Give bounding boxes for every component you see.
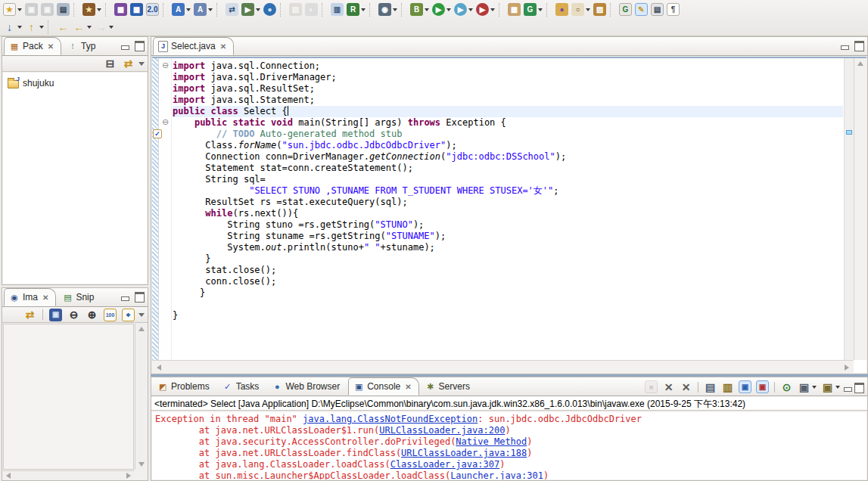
image-button[interactable]: ▣	[48, 308, 64, 322]
web-services-dropdown-icon[interactable]	[361, 8, 366, 11]
new-xml-icon[interactable]: A	[172, 3, 185, 16]
fold-collapse-icon[interactable]: ⊖	[161, 61, 170, 70]
task-marker-icon[interactable]: ✓	[153, 129, 162, 138]
debug-dropdown-icon[interactable]	[425, 8, 429, 11]
new-icon[interactable]: ★	[3, 3, 16, 16]
console-output[interactable]: Exception in thread "main" java.lang.Cla…	[152, 412, 866, 479]
display-selected-console-button[interactable]: ▣	[796, 380, 818, 394]
screenshot-button[interactable]: ◉	[377, 2, 399, 17]
mark-occurrences-button[interactable]: ✎	[633, 2, 649, 17]
last-edit-location-button[interactable]: ←	[55, 20, 71, 34]
validate-icon[interactable]: A	[194, 3, 207, 16]
back-dropdown-icon[interactable]	[87, 26, 92, 29]
open-type-button[interactable]: ●	[554, 2, 570, 17]
mark-occurrences-icon[interactable]: ✎	[635, 3, 648, 16]
fit-to-window-button[interactable]: ✥	[120, 308, 136, 322]
tab-snippets[interactable]: ▤ Snip	[58, 288, 101, 306]
zoom-in-button[interactable]: ⊕	[84, 308, 100, 322]
fit-to-window-icon[interactable]: ✥	[122, 309, 135, 321]
run-history-icon[interactable]: ▶	[454, 3, 467, 16]
screenshot-icon[interactable]: ◉	[378, 3, 391, 16]
maximize-view-icon[interactable]	[854, 383, 864, 391]
maximize-view-icon[interactable]	[854, 41, 864, 49]
stacktrace-link[interactable]: Launcher.java:301	[450, 470, 543, 479]
show-source-button[interactable]: ▤	[649, 2, 665, 17]
pin-console-button[interactable]: ⊙	[779, 380, 795, 394]
last-java-edit-icon[interactable]: G	[619, 3, 632, 16]
scroll-lock-button[interactable]: ▥	[720, 380, 736, 394]
stacktrace-link[interactable]: URLClassLoader.java:200	[379, 425, 505, 436]
run-on-server-dropdown-icon[interactable]	[256, 8, 260, 11]
maximize-view-icon[interactable]	[135, 41, 145, 49]
save-button[interactable]: ▣	[23, 2, 39, 17]
tab-select-java[interactable]: J Select.java ✕	[153, 37, 234, 55]
editor-vertical-scrollbar[interactable]	[854, 58, 866, 360]
screenshot-dropdown-icon[interactable]	[393, 8, 397, 11]
last-java-edit-button[interactable]: G	[618, 2, 633, 17]
close-icon[interactable]: ✕	[48, 42, 54, 51]
import-button[interactable]: ▨	[288, 2, 303, 17]
display-selected-console-icon[interactable]: ▣	[798, 380, 810, 393]
stacktrace-link[interactable]: ClassLoader.java:307	[390, 459, 500, 470]
display-selected-console-dropdown-icon[interactable]	[812, 386, 817, 389]
search-button[interactable]: ○	[570, 2, 592, 17]
validate-dropdown-icon[interactable]	[208, 8, 213, 11]
zoom-out-icon[interactable]: ⊖	[67, 309, 80, 321]
profile-button[interactable]: ▶	[474, 2, 496, 17]
link-with-editor-icon[interactable]: ⇄	[23, 309, 36, 321]
new-table-button[interactable]: ▦	[506, 2, 522, 17]
close-icon[interactable]: ✕	[220, 42, 226, 51]
overview-ruler[interactable]	[844, 58, 854, 360]
local-history-button[interactable]: ◐	[303, 2, 319, 17]
web-services-button[interactable]: R	[345, 2, 367, 17]
forward-button[interactable]: →	[93, 20, 115, 34]
run-dropdown-icon[interactable]	[446, 8, 451, 11]
minimize-view-icon[interactable]	[840, 41, 850, 49]
terminate-icon[interactable]: ■	[645, 380, 658, 393]
new-button[interactable]: ★	[2, 2, 23, 17]
stacktrace-link[interactable]: URLClassLoader.java:188	[401, 448, 527, 458]
terminate-button[interactable]: ■	[643, 380, 659, 394]
minimize-view-icon[interactable]	[843, 383, 853, 391]
save-icon[interactable]: ▣	[25, 3, 38, 16]
next-annotation-dropdown-icon[interactable]	[17, 26, 22, 29]
web-services-icon[interactable]: R	[347, 3, 359, 16]
web-2.0-button[interactable]: 2.0	[145, 2, 160, 17]
remove-all-terminated-icon[interactable]: ✕	[680, 380, 692, 393]
vertical-scrollbar[interactable]	[135, 324, 147, 470]
forward-icon[interactable]: →	[95, 20, 107, 33]
debug-icon[interactable]: B	[410, 3, 423, 16]
profile-icon[interactable]: ▶	[476, 3, 489, 16]
show-source-icon[interactable]: ▤	[651, 3, 664, 16]
show-stdout-icon[interactable]: ▣	[739, 380, 751, 393]
refresh-button[interactable]: G	[522, 2, 544, 17]
scroll-down-icon[interactable]	[138, 462, 145, 467]
new-package-icon[interactable]: ▦	[114, 3, 127, 16]
scroll-left-icon[interactable]	[157, 365, 161, 371]
back-button[interactable]: ←	[71, 20, 93, 34]
back-icon[interactable]: ←	[73, 20, 86, 33]
view-menu-icon[interactable]	[138, 313, 145, 317]
tab-image-preview[interactable]: ◉ Ima ✕	[4, 288, 56, 306]
new-xml-button[interactable]: A	[170, 2, 192, 17]
show-whitespace-icon[interactable]: ¶	[667, 3, 680, 16]
sync-database-button[interactable]: ⇄	[224, 2, 240, 17]
web-2.0-icon[interactable]: 2.0	[146, 3, 159, 16]
zoom-in-icon[interactable]: ⊕	[86, 309, 98, 321]
scroll-up-icon[interactable]	[857, 61, 863, 66]
run-history-dropdown-icon[interactable]	[468, 8, 473, 11]
tab-web-browser[interactable]: ● Web Browser	[267, 377, 347, 396]
new-table-icon[interactable]: ▦	[508, 3, 521, 16]
new-java-wizard-dropdown-icon[interactable]	[97, 8, 101, 11]
tree-item-project[interactable]: shujuku	[6, 77, 147, 89]
editor-horizontal-scrollbar[interactable]	[152, 360, 854, 373]
validate-button[interactable]: A	[192, 2, 214, 17]
actual-size-button[interactable]: 100	[102, 308, 118, 322]
new-package-button[interactable]: ▦	[113, 2, 129, 17]
tab-type-hierarchy[interactable]: ⁝ Typ	[63, 37, 102, 55]
tab-console[interactable]: ▣ Console ✕	[348, 377, 418, 396]
next-annotation-button[interactable]: ↓	[2, 20, 23, 34]
forward-dropdown-icon[interactable]	[109, 26, 114, 29]
print-button[interactable]: ▤	[55, 2, 71, 17]
tab-problems[interactable]: ◩ Problems	[153, 377, 216, 396]
